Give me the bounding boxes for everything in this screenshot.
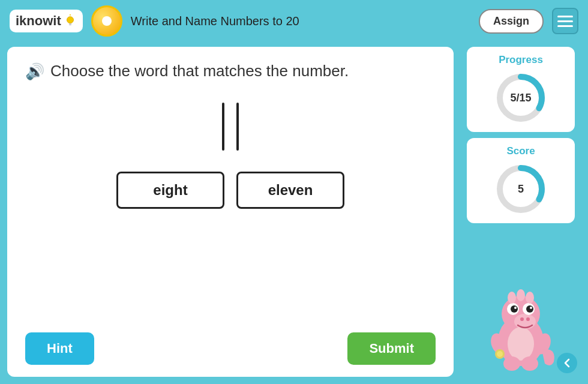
svg-point-19	[517, 289, 525, 301]
svg-point-17	[530, 307, 532, 309]
svg-point-15	[526, 305, 533, 313]
svg-point-18	[508, 292, 516, 304]
assign-button[interactable]: Assign	[479, 9, 544, 34]
svg-rect-1	[69, 23, 71, 26]
mascot-area	[482, 229, 560, 377]
progress-card: Progress 5/15	[467, 47, 575, 132]
progress-value: 5/15	[510, 92, 531, 104]
svg-point-0	[67, 17, 73, 23]
svg-point-14	[511, 305, 518, 313]
svg-point-16	[514, 307, 517, 309]
score-label: Score	[506, 145, 535, 157]
logo-text: iknowit	[16, 13, 61, 29]
back-arrow-icon	[561, 357, 573, 369]
left-panel: 🔊 Choose the word that matches the numbe…	[7, 47, 454, 377]
menu-button[interactable]	[552, 8, 578, 34]
hamburger-line-3	[557, 25, 573, 27]
bottom-buttons: Hint Submit	[25, 332, 436, 365]
answer-eight[interactable]: eight	[116, 172, 224, 209]
mascot-icon	[482, 275, 560, 371]
bulb-icon	[64, 14, 77, 28]
svg-point-20	[526, 292, 534, 304]
score-donut: 5	[494, 162, 548, 216]
tally-display	[25, 100, 436, 154]
svg-point-10	[520, 317, 524, 321]
tally-mark-2	[236, 103, 239, 151]
answer-choices: eight eleven	[25, 172, 436, 209]
svg-point-25	[521, 356, 538, 371]
main-content: 🔊 Choose the word that matches the numbe…	[0, 42, 588, 384]
right-panel: Progress 5/15 Score 5	[461, 47, 581, 377]
lesson-title: Write and Name Numbers to 20	[131, 14, 470, 28]
svg-point-11	[526, 317, 530, 321]
question-area: 🔊 Choose the word that matches the numbe…	[25, 61, 436, 82]
hamburger-line-1	[557, 16, 573, 17]
svg-point-23	[508, 327, 534, 361]
score-value: 5	[518, 183, 524, 196]
progress-label: Progress	[499, 54, 543, 66]
answer-eleven[interactable]: eleven	[236, 172, 344, 209]
svg-point-24	[503, 356, 520, 371]
tally-mark-1	[222, 103, 224, 151]
submit-button[interactable]: Submit	[347, 332, 436, 365]
question-text: Choose the word that matches the number.	[50, 61, 349, 82]
header: iknowit Write and Name Numbers to 20 Ass…	[0, 0, 588, 42]
hamburger-line-2	[557, 20, 573, 22]
sound-icon[interactable]: 🔊	[25, 62, 44, 81]
coin-icon	[91, 5, 122, 37]
svg-point-27	[497, 351, 503, 357]
progress-donut: 5/15	[494, 71, 548, 125]
logo: iknowit	[10, 10, 83, 32]
coin-inner	[102, 16, 112, 26]
hint-button[interactable]: Hint	[25, 332, 94, 365]
back-button[interactable]	[557, 353, 577, 373]
score-card: Score 5	[467, 138, 575, 223]
